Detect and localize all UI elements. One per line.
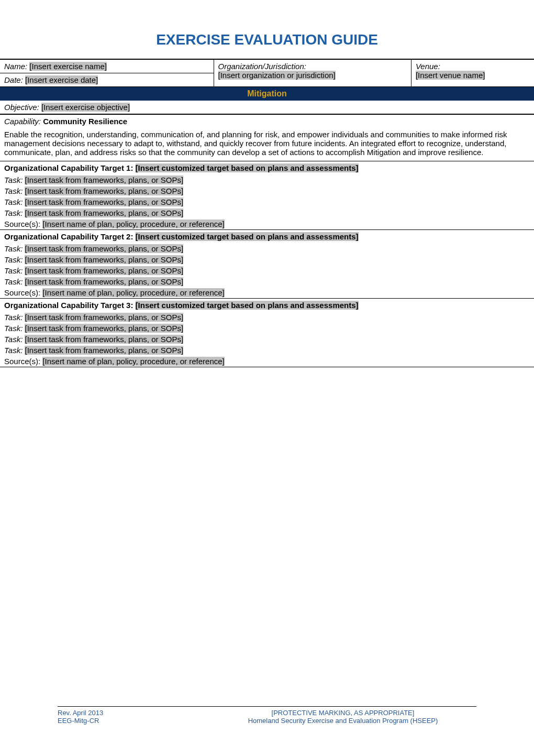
target-3-source-value: [Insert name of plan, policy, procedure,… xyxy=(42,357,224,366)
target-2-task-1-label: Task: xyxy=(4,244,23,253)
target-1-source-value: [Insert name of plan, policy, procedure,… xyxy=(42,220,224,228)
target-1-source-label: Source(s): xyxy=(4,220,40,228)
target-2-task-2-label: Task: xyxy=(4,255,23,264)
org-value: [Insert organization or jurisdiction] xyxy=(218,71,336,80)
target-2-task-4-label: Task: xyxy=(4,277,23,286)
target-1-task-1-value: [Insert task from frameworks, plans, or … xyxy=(25,176,183,184)
target-1-task-4-label: Task: xyxy=(4,209,23,217)
capability-row: Capability: Community Resilience xyxy=(0,114,534,128)
target-1-section: Organizational Capability Target 1: [Ins… xyxy=(0,161,534,230)
mitigation-banner: Mitigation xyxy=(0,87,534,101)
name-label: Name: xyxy=(4,62,27,71)
target-1-task-3-value: [Insert task from frameworks, plans, or … xyxy=(25,198,183,206)
target-3-task-1-label: Task: xyxy=(4,313,23,322)
target-2-task-1-value: [Insert task from frameworks, plans, or … xyxy=(25,244,183,253)
target-2-prefix: Organizational Capability Target 2: xyxy=(4,232,136,241)
objective-row: Objective: [Insert exercise objective] xyxy=(0,101,534,114)
footer-program: Homeland Security Exercise and Evaluatio… xyxy=(183,717,503,725)
venue-label: Venue: xyxy=(416,62,530,71)
objective-value: [Insert exercise objective] xyxy=(41,103,130,112)
target-3-section: Organizational Capability Target 3: [Ins… xyxy=(0,299,534,367)
date-label: Date: xyxy=(4,75,23,84)
footer-divider xyxy=(58,706,476,707)
target-3-task-4-label: Task: xyxy=(4,346,23,355)
target-2-task-3-label: Task: xyxy=(4,266,23,275)
target-3-source-label: Source(s): xyxy=(4,357,40,366)
target-2-source-value: [Insert name of plan, policy, procedure,… xyxy=(42,288,224,297)
date-value: [Insert exercise date] xyxy=(25,75,98,84)
target-2-task-3-value: [Insert task from frameworks, plans, or … xyxy=(25,266,183,275)
footer-rev-date: Rev. April 2013 xyxy=(58,709,183,717)
target-1-placeholder: [Insert customized target based on plans… xyxy=(136,163,359,172)
mitigation-banner-row: Mitigation xyxy=(0,87,534,101)
target-3-task-2-value: [Insert task from frameworks, plans, or … xyxy=(25,324,183,333)
target-1-prefix: Organizational Capability Target 1: xyxy=(4,163,136,172)
capability-label: Capability: xyxy=(4,117,41,126)
target-3-task-4-value: [Insert task from frameworks, plans, or … xyxy=(25,346,183,355)
name-value: [Insert exercise name] xyxy=(29,62,107,71)
footer: Rev. April 2013 [PROTECTIVE MARKING, AS … xyxy=(0,706,534,725)
footer-protective-marking: [PROTECTIVE MARKING, AS APPROPRIATE] xyxy=(183,709,503,717)
footer-code: EEG-Mitg-CR xyxy=(58,717,183,725)
org-label: Organization/Jurisdiction: xyxy=(218,62,407,71)
target-3-task-3-label: Task: xyxy=(4,335,23,344)
target-1-task-1-label: Task: xyxy=(4,176,23,184)
objective-label: Objective: xyxy=(4,103,39,112)
target-3-task-3-value: [Insert task from frameworks, plans, or … xyxy=(25,335,183,344)
target-2-task-4-value: [Insert task from frameworks, plans, or … xyxy=(25,277,183,286)
target-1-task-2-value: [Insert task from frameworks, plans, or … xyxy=(25,187,183,195)
target-2-section: Organizational Capability Target 2: [Ins… xyxy=(0,230,534,299)
target-1-task-2-label: Task: xyxy=(4,187,23,195)
target-3-placeholder: [Insert customized target based on plans… xyxy=(136,301,359,310)
page-title: EXERCISE EVALUATION GUIDE xyxy=(0,31,534,48)
capability-name: Community Resilience xyxy=(43,117,127,126)
target-3-task-1-value: [Insert task from frameworks, plans, or … xyxy=(25,313,183,322)
target-2-source-label: Source(s): xyxy=(4,288,40,297)
target-2-placeholder: [Insert customized target based on plans… xyxy=(136,232,359,241)
header-row-1: Name: [Insert exercise name] Organizatio… xyxy=(0,59,534,73)
capability-description: Enable the recognition, understanding, c… xyxy=(0,128,534,161)
target-1-task-3-label: Task: xyxy=(4,198,23,206)
target-1-task-4-value: [Insert task from frameworks, plans, or … xyxy=(25,209,183,217)
target-3-task-2-label: Task: xyxy=(4,324,23,333)
venue-value: [Insert venue name] xyxy=(416,71,485,80)
capability-desc-row: Enable the recognition, understanding, c… xyxy=(0,128,534,161)
main-table: Name: [Insert exercise name] Organizatio… xyxy=(0,59,534,367)
target-2-task-2-value: [Insert task from frameworks, plans, or … xyxy=(25,255,183,264)
target-3-prefix: Organizational Capability Target 3: xyxy=(4,301,136,310)
